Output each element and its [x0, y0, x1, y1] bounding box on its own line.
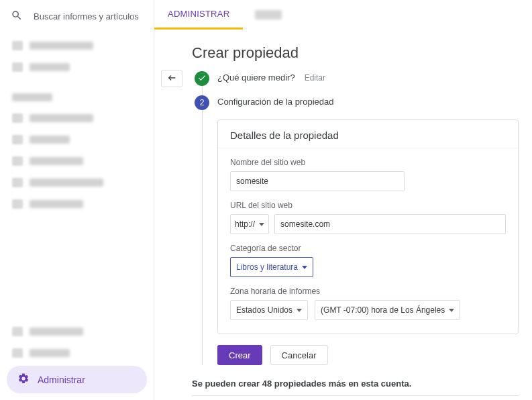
sidebar-mid-group [0, 85, 154, 217]
sidebar-item[interactable] [8, 89, 146, 105]
sidebar-item[interactable] [8, 344, 146, 362]
step-1-title: ¿Qué quiere medir? [217, 72, 295, 83]
stepper-line [202, 71, 203, 365]
step-2-body: Detalles de la propiedad Nombre del siti… [217, 119, 519, 365]
create-button[interactable]: Crear [217, 345, 262, 365]
sidebar-item[interactable] [8, 37, 146, 54]
sidebar-admin[interactable]: Administrar [7, 366, 147, 393]
step-1: ¿Qué quiere medir? Editar [195, 71, 519, 95]
category-value: Libros y literatura [236, 262, 298, 272]
chevron-down-icon [449, 309, 454, 312]
site-url-input[interactable] [274, 214, 506, 234]
tz-country-select[interactable]: Estados Unidos [230, 300, 308, 320]
step-1-bullet [195, 71, 209, 86]
search-icon [11, 9, 23, 23]
cancel-button[interactable]: Cancelar [270, 345, 328, 365]
property-details-card: Detalles de la propiedad Nombre del siti… [217, 119, 519, 334]
sidebar-item[interactable] [8, 58, 146, 76]
quota-text: Se pueden crear 48 propiedades más en es… [192, 379, 519, 389]
stepper: ¿Qué quiere medir? Editar 2 Configuració… [195, 71, 519, 365]
gear-icon [17, 372, 30, 387]
page-title: Crear propiedad [192, 44, 519, 62]
tab-blurred[interactable] [255, 10, 282, 19]
content: Crear propiedad ¿Qué quiere medir? Edita… [154, 30, 532, 400]
sidebar-item[interactable] [8, 152, 146, 170]
divider [192, 395, 519, 396]
check-icon [197, 73, 207, 85]
search-bar[interactable]: Buscar informes y artículos [0, 0, 154, 33]
category-select[interactable]: Libros y literatura [230, 257, 313, 277]
sidebar-item[interactable] [8, 109, 146, 127]
sidebar-top-group [0, 33, 154, 80]
sidebar-bottom-group [0, 319, 154, 366]
tz-country-value: Estados Unidos [236, 305, 292, 315]
sidebar-admin-label: Administrar [38, 374, 85, 385]
tz-value: (GMT -07:00) hora de Los Ángeles [321, 305, 445, 315]
sidebar-item[interactable] [8, 131, 146, 148]
step-2-bullet: 2 [195, 95, 209, 110]
site-name-input[interactable] [230, 171, 405, 191]
card-header: Detalles de la propiedad [218, 120, 518, 148]
chevron-down-icon [259, 223, 264, 226]
search-placeholder: Buscar informes y artículos [34, 11, 139, 21]
step-1-edit[interactable]: Editar [305, 73, 325, 83]
step-2: 2 Configuración de la propiedad [195, 95, 519, 113]
step-actions: Crear Cancelar [217, 345, 519, 365]
category-label: Categoría de sector [230, 244, 506, 253]
site-url-label: URL del sitio web [230, 201, 506, 210]
step-2-title: Configuración de la propiedad [217, 97, 333, 107]
tz-label: Zona horaria de informes [230, 287, 506, 296]
chevron-down-icon [302, 266, 307, 269]
site-name-label: Nombre del sitio web [230, 158, 506, 167]
sidebar-item[interactable] [8, 195, 146, 213]
back-button[interactable] [161, 70, 182, 87]
tabs: ADMINISTRAR [154, 0, 532, 30]
sidebar: Buscar informes y artículos Administrar [0, 0, 154, 400]
tz-value-select[interactable]: (GMT -07:00) hora de Los Ángeles [315, 300, 460, 320]
sidebar-item[interactable] [8, 174, 146, 191]
protocol-select[interactable]: http:// [230, 214, 269, 234]
chevron-down-icon [297, 309, 302, 312]
main: ADMINISTRAR Crear propiedad [154, 0, 532, 400]
sidebar-item[interactable] [8, 323, 146, 340]
back-arrow-icon [166, 72, 177, 85]
tab-admin[interactable]: ADMINISTRAR [154, 0, 243, 30]
protocol-value: http:// [235, 219, 255, 229]
